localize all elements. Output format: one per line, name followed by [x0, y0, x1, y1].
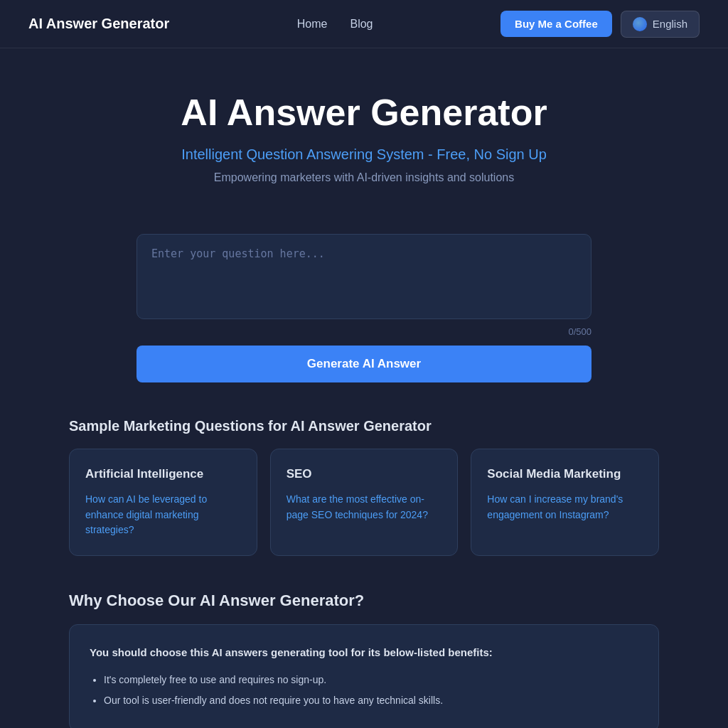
- question-input[interactable]: [136, 234, 592, 319]
- generate-button[interactable]: Generate AI Answer: [136, 346, 592, 382]
- samples-heading: Sample Marketing Questions for AI Answer…: [69, 418, 659, 434]
- why-bullet-1: It's completely free to use and requires…: [104, 673, 638, 687]
- hero-section: AI Answer Generator Intelligent Question…: [0, 48, 728, 213]
- card-seo-question: What are the most effective on-page SEO …: [287, 492, 442, 523]
- nav-right: Buy Me a Coffee English: [500, 11, 700, 38]
- card-seo-title: SEO: [287, 466, 442, 482]
- globe-icon: [633, 17, 647, 31]
- input-section: 0/500 Generate AI Answer: [122, 234, 606, 382]
- buy-coffee-button[interactable]: Buy Me a Coffee: [500, 11, 612, 37]
- hero-subtitle: Intelligent Question Answering System - …: [14, 146, 714, 163]
- char-count: 0/500: [136, 326, 592, 337]
- navbar: AI Answer Generator Home Blog Buy Me a C…: [0, 0, 728, 48]
- card-ai: Artificial Intelligence How can AI be le…: [69, 449, 257, 556]
- card-seo: SEO What are the most effective on-page …: [270, 449, 459, 556]
- nav-home[interactable]: Home: [297, 18, 328, 30]
- why-section: Why Choose Our AI Answer Generator? You …: [55, 592, 673, 728]
- language-label: English: [653, 18, 687, 30]
- samples-section: Sample Marketing Questions for AI Answer…: [55, 418, 673, 556]
- why-bold-text: You should choose this AI answers genera…: [90, 645, 638, 661]
- hero-description: Empowering marketers with AI-driven insi…: [14, 171, 714, 184]
- card-social: Social Media Marketing How can I increas…: [471, 449, 659, 556]
- cards-row: Artificial Intelligence How can AI be le…: [69, 449, 659, 556]
- hero-title: AI Answer Generator: [14, 91, 714, 134]
- nav-links: Home Blog: [297, 18, 373, 31]
- brand-title: AI Answer Generator: [28, 16, 169, 32]
- why-bullet-2: Our tool is user-friendly and does not r…: [104, 693, 638, 708]
- card-social-question: How can I increase my brand's engagement…: [487, 492, 643, 523]
- nav-blog[interactable]: Blog: [350, 18, 373, 30]
- why-box: You should choose this AI answers genera…: [69, 624, 659, 728]
- card-ai-title: Artificial Intelligence: [85, 466, 241, 482]
- language-selector[interactable]: English: [621, 11, 700, 38]
- why-heading: Why Choose Our AI Answer Generator?: [69, 592, 659, 610]
- why-list: It's completely free to use and requires…: [90, 673, 638, 708]
- card-ai-question: How can AI be leveraged to enhance digit…: [85, 492, 241, 538]
- card-social-title: Social Media Marketing: [487, 466, 643, 482]
